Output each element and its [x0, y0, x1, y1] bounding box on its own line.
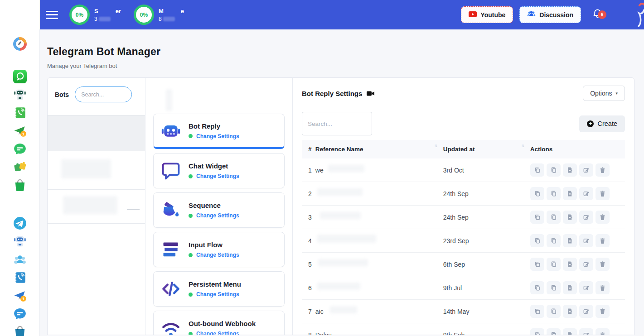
duplicate-button[interactable] [547, 234, 561, 247]
setting-card-sequence[interactable]: Sequence Change Settings [153, 192, 285, 228]
duplicate-button[interactable] [547, 211, 561, 224]
change-settings-link[interactable]: Change Settings [196, 252, 239, 258]
duplicate-button[interactable] [547, 258, 561, 271]
copy-button[interactable] [530, 163, 544, 177]
export-button[interactable] [563, 163, 577, 177]
export-button[interactable] [563, 187, 577, 200]
youtube-icon [469, 11, 477, 19]
delete-button[interactable] [596, 234, 610, 247]
telegram-group-icon[interactable] [13, 253, 27, 266]
edit-button[interactable] [579, 187, 593, 200]
sort-icon[interactable]: ↑↓ [434, 143, 440, 150]
setting-card-title: Out-bound Webhook [189, 320, 256, 327]
reference-name [315, 182, 443, 206]
edit-button[interactable] [579, 305, 593, 318]
edit-button[interactable] [579, 234, 593, 247]
duplicate-button[interactable] [547, 305, 561, 318]
delete-button[interactable] [596, 281, 610, 294]
change-settings-link[interactable]: Change Settings [196, 331, 239, 335]
duplicate-button[interactable] [547, 281, 561, 294]
bot-list-item[interactable] [48, 115, 145, 151]
status-dot [189, 134, 193, 138]
bot-list-item[interactable] [48, 190, 145, 224]
telegram-campaign-icon[interactable]: 1 [13, 289, 27, 302]
whatsapp-chatbot-icon[interactable] [13, 88, 27, 101]
export-button[interactable] [563, 281, 577, 294]
duplicate-button[interactable] [547, 163, 561, 177]
setting-card-chat-widget[interactable]: Chat Widget Change Settings [153, 153, 285, 188]
copy-button[interactable] [530, 234, 544, 247]
dashboard-icon[interactable] [13, 37, 27, 51]
copy-button[interactable] [530, 187, 544, 200]
delete-button[interactable] [596, 211, 610, 224]
whatsapp-livechat-icon[interactable] [13, 142, 27, 156]
setting-card-outbound-webhook[interactable]: Out-bound Webhook Change Settings [153, 311, 285, 335]
whatsapp-icon[interactable] [13, 70, 27, 83]
redacted-content [320, 212, 361, 219]
edit-button[interactable] [579, 281, 593, 294]
change-settings-link[interactable]: Change Settings [196, 173, 239, 179]
edit-button[interactable] [579, 163, 593, 177]
whatsapp-campaign-icon[interactable]: 1 [13, 124, 27, 138]
telegram-store-icon[interactable] [13, 325, 27, 336]
setting-card-input-flow[interactable]: Input Flow Change Settings [153, 232, 285, 267]
col-header-num: # [302, 140, 315, 158]
chevron-down-icon: ▾ [615, 91, 618, 96]
status-dot [189, 214, 193, 218]
discussion-button[interactable]: Discussion [519, 6, 581, 23]
export-button[interactable] [563, 258, 577, 271]
copy-button[interactable] [530, 211, 544, 224]
whatsapp-store-icon[interactable] [13, 178, 27, 192]
setting-card-persistent-menu[interactable]: Persistent Menu Change Settings [153, 271, 285, 307]
copy-button[interactable] [530, 328, 544, 335]
delete-button[interactable] [596, 328, 610, 335]
settings-column: Bot Reply Change Settings Chat Widget Ch… [145, 78, 293, 335]
telegram-livechat-icon[interactable] [13, 307, 27, 321]
whatsapp-broadcast-icon[interactable] [13, 106, 27, 120]
copy-button[interactable] [530, 281, 544, 294]
telegram-broadcast-icon[interactable] [13, 271, 27, 284]
notifications-bell[interactable]: 6 [592, 8, 603, 21]
delete-button[interactable] [596, 163, 610, 177]
bot-reply-settings-panel: Bot Reply Settings Options ▾ + Create [293, 78, 634, 335]
telegram-chatbot-icon[interactable] [13, 235, 27, 248]
export-button[interactable] [563, 328, 577, 335]
edit-button[interactable] [579, 328, 593, 335]
delete-button[interactable] [596, 258, 610, 271]
edit-button[interactable] [579, 211, 593, 224]
bots-search-input[interactable] [75, 86, 132, 102]
youtube-button[interactable]: Youtube [461, 6, 513, 23]
message-usage-stat: 0% Me 8 [134, 5, 184, 25]
telegram-icon[interactable] [13, 216, 27, 230]
change-settings-link[interactable]: Change Settings [196, 133, 239, 139]
create-button[interactable]: + Create [579, 115, 625, 132]
video-camera-icon[interactable] [367, 90, 374, 97]
redacted-content [166, 89, 172, 111]
copy-button[interactable] [530, 258, 544, 271]
table-row: 7 aic 14th May [302, 300, 625, 323]
sort-icon[interactable]: ↑↓ [521, 143, 527, 150]
delete-button[interactable] [596, 187, 610, 200]
copy-button[interactable] [530, 305, 544, 318]
duplicate-button[interactable] [547, 328, 561, 335]
change-settings-link[interactable]: Change Settings [196, 212, 239, 219]
integrations-puzzle-icon[interactable] [13, 160, 27, 174]
redacted-content [127, 209, 140, 210]
app-sidebar: 1 [0, 0, 40, 336]
redacted-text [163, 17, 175, 21]
hamburger-menu-icon[interactable] [46, 9, 58, 21]
table-search-input[interactable] [302, 112, 372, 135]
page-title: Telegram Bot Manager [47, 46, 634, 58]
export-button[interactable] [563, 305, 577, 318]
export-button[interactable] [563, 234, 577, 247]
export-button[interactable] [563, 211, 577, 224]
options-dropdown-button[interactable]: Options ▾ [583, 86, 625, 101]
setting-card-bot-reply[interactable]: Bot Reply Change Settings [153, 114, 285, 149]
change-settings-link[interactable]: Change Settings [196, 291, 239, 298]
duplicate-button[interactable] [547, 187, 561, 200]
corner-decoration [629, 2, 644, 28]
edit-button[interactable] [579, 258, 593, 271]
bot-list-item[interactable] [48, 151, 145, 190]
setting-card-title: Bot Reply [189, 122, 239, 130]
delete-button[interactable] [596, 305, 610, 318]
